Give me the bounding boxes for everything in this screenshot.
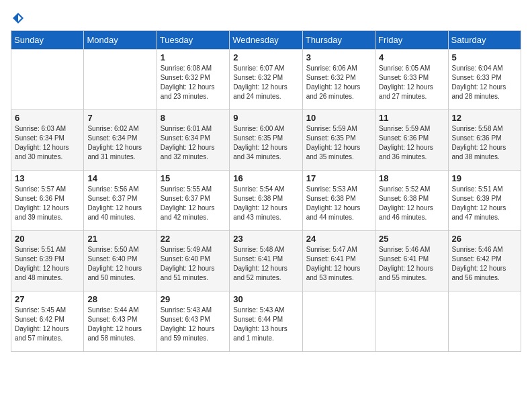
day-number: 11 (379, 113, 444, 123)
calendar-cell: 12 Sunrise: 5:58 AMSunset: 6:36 PMDaylig… (448, 110, 521, 171)
calendar-cell: 17 Sunrise: 5:53 AMSunset: 6:38 PMDaylig… (302, 171, 375, 231)
day-number: 1 (161, 52, 226, 62)
day-info: Sunrise: 5:51 AMSunset: 6:39 PMDaylight:… (452, 185, 506, 221)
day-number: 16 (233, 173, 298, 183)
calendar-cell (448, 291, 521, 352)
calendar-cell: 26 Sunrise: 5:46 AMSunset: 6:42 PMDaylig… (448, 231, 521, 291)
day-header-sunday: Sunday (11, 31, 84, 50)
day-number: 8 (161, 113, 226, 123)
calendar-cell: 9 Sunrise: 6:00 AMSunset: 6:35 PMDayligh… (230, 110, 302, 171)
day-number: 26 (452, 234, 517, 244)
calendar-cell (84, 50, 157, 110)
day-info: Sunrise: 5:45 AMSunset: 6:42 PMDaylight:… (15, 306, 69, 342)
day-info: Sunrise: 5:52 AMSunset: 6:38 PMDaylight:… (379, 185, 433, 221)
day-info: Sunrise: 6:07 AMSunset: 6:32 PMDaylight:… (233, 64, 287, 100)
calendar-cell: 13 Sunrise: 5:57 AMSunset: 6:36 PMDaylig… (11, 171, 84, 231)
day-info: Sunrise: 5:59 AMSunset: 6:36 PMDaylight:… (379, 125, 433, 161)
day-number: 15 (161, 173, 226, 183)
day-info: Sunrise: 6:02 AMSunset: 6:34 PMDaylight:… (87, 125, 142, 161)
calendar-cell: 20 Sunrise: 5:51 AMSunset: 6:39 PMDaylig… (11, 231, 84, 291)
logo (11, 11, 26, 25)
day-info: Sunrise: 5:59 AMSunset: 6:35 PMDaylight:… (306, 125, 361, 161)
calendar-table: SundayMondayTuesdayWednesdayThursdayFrid… (11, 30, 521, 352)
day-number: 2 (233, 52, 298, 62)
calendar-cell: 27 Sunrise: 5:45 AMSunset: 6:42 PMDaylig… (11, 291, 84, 352)
day-number: 19 (452, 173, 517, 183)
page-header (11, 11, 521, 25)
calendar-cell (302, 291, 375, 352)
calendar-cell: 22 Sunrise: 5:49 AMSunset: 6:40 PMDaylig… (157, 231, 229, 291)
day-info: Sunrise: 5:56 AMSunset: 6:37 PMDaylight:… (87, 185, 142, 221)
day-number: 28 (87, 294, 152, 304)
day-info: Sunrise: 6:03 AMSunset: 6:34 PMDaylight:… (15, 125, 69, 161)
day-info: Sunrise: 5:50 AMSunset: 6:40 PMDaylight:… (87, 246, 142, 281)
day-info: Sunrise: 5:43 AMSunset: 6:44 PMDaylight:… (233, 306, 287, 342)
day-header-tuesday: Tuesday (157, 31, 229, 50)
day-info: Sunrise: 5:51 AMSunset: 6:39 PMDaylight:… (15, 246, 69, 281)
day-info: Sunrise: 5:43 AMSunset: 6:43 PMDaylight:… (161, 306, 215, 342)
day-header-friday: Friday (375, 31, 448, 50)
calendar-cell: 6 Sunrise: 6:03 AMSunset: 6:34 PMDayligh… (11, 110, 84, 171)
day-number: 14 (87, 173, 152, 183)
day-number: 23 (233, 234, 298, 244)
day-number: 24 (306, 234, 371, 244)
day-info: Sunrise: 6:05 AMSunset: 6:33 PMDaylight:… (379, 64, 433, 100)
day-info: Sunrise: 5:48 AMSunset: 6:41 PMDaylight:… (233, 246, 287, 281)
calendar-cell: 24 Sunrise: 5:47 AMSunset: 6:41 PMDaylig… (302, 231, 375, 291)
calendar-cell: 3 Sunrise: 6:06 AMSunset: 6:32 PMDayligh… (302, 50, 375, 110)
calendar-cell: 1 Sunrise: 6:08 AMSunset: 6:32 PMDayligh… (157, 50, 229, 110)
day-number: 13 (15, 173, 80, 183)
calendar-cell: 29 Sunrise: 5:43 AMSunset: 6:43 PMDaylig… (157, 291, 229, 352)
day-info: Sunrise: 6:04 AMSunset: 6:33 PMDaylight:… (452, 64, 506, 100)
day-number: 3 (306, 52, 371, 62)
day-number: 10 (306, 113, 371, 123)
day-info: Sunrise: 5:54 AMSunset: 6:38 PMDaylight:… (233, 185, 287, 221)
calendar-cell: 11 Sunrise: 5:59 AMSunset: 6:36 PMDaylig… (375, 110, 448, 171)
day-info: Sunrise: 5:46 AMSunset: 6:42 PMDaylight:… (452, 246, 506, 281)
calendar-cell: 8 Sunrise: 6:01 AMSunset: 6:34 PMDayligh… (157, 110, 229, 171)
day-info: Sunrise: 5:47 AMSunset: 6:41 PMDaylight:… (306, 246, 361, 281)
day-number: 7 (87, 113, 152, 123)
calendar-cell: 14 Sunrise: 5:56 AMSunset: 6:37 PMDaylig… (84, 171, 157, 231)
calendar-cell: 10 Sunrise: 5:59 AMSunset: 6:35 PMDaylig… (302, 110, 375, 171)
calendar-cell: 5 Sunrise: 6:04 AMSunset: 6:33 PMDayligh… (448, 50, 521, 110)
calendar-cell: 18 Sunrise: 5:52 AMSunset: 6:38 PMDaylig… (375, 171, 448, 231)
day-number: 22 (161, 234, 226, 244)
calendar-cell: 7 Sunrise: 6:02 AMSunset: 6:34 PMDayligh… (84, 110, 157, 171)
day-header-thursday: Thursday (302, 31, 375, 50)
day-number: 9 (233, 113, 298, 123)
day-number: 18 (379, 173, 444, 183)
day-header-saturday: Saturday (448, 31, 521, 50)
day-number: 25 (379, 234, 444, 244)
calendar-cell: 19 Sunrise: 5:51 AMSunset: 6:39 PMDaylig… (448, 171, 521, 231)
day-info: Sunrise: 5:55 AMSunset: 6:37 PMDaylight:… (161, 185, 215, 221)
day-header-wednesday: Wednesday (230, 31, 302, 50)
calendar-cell: 23 Sunrise: 5:48 AMSunset: 6:41 PMDaylig… (230, 231, 302, 291)
day-info: Sunrise: 5:44 AMSunset: 6:43 PMDaylight:… (87, 306, 142, 342)
day-number: 27 (15, 294, 80, 304)
day-number: 6 (15, 113, 80, 123)
day-info: Sunrise: 6:06 AMSunset: 6:32 PMDaylight:… (306, 64, 361, 100)
day-info: Sunrise: 5:57 AMSunset: 6:36 PMDaylight:… (15, 185, 69, 221)
calendar-cell: 4 Sunrise: 6:05 AMSunset: 6:33 PMDayligh… (375, 50, 448, 110)
calendar-cell: 16 Sunrise: 5:54 AMSunset: 6:38 PMDaylig… (230, 171, 302, 231)
day-info: Sunrise: 5:49 AMSunset: 6:40 PMDaylight:… (161, 246, 215, 281)
day-info: Sunrise: 5:58 AMSunset: 6:36 PMDaylight:… (452, 125, 506, 161)
day-info: Sunrise: 5:46 AMSunset: 6:41 PMDaylight:… (379, 246, 433, 281)
day-info: Sunrise: 6:01 AMSunset: 6:34 PMDaylight:… (161, 125, 215, 161)
calendar-cell (11, 50, 84, 110)
day-number: 29 (161, 294, 226, 304)
day-number: 4 (379, 52, 444, 62)
day-number: 5 (452, 52, 517, 62)
calendar-cell (375, 291, 448, 352)
day-info: Sunrise: 5:53 AMSunset: 6:38 PMDaylight:… (306, 185, 361, 221)
calendar-cell: 15 Sunrise: 5:55 AMSunset: 6:37 PMDaylig… (157, 171, 229, 231)
day-info: Sunrise: 6:00 AMSunset: 6:35 PMDaylight:… (233, 125, 287, 161)
day-number: 20 (15, 234, 80, 244)
calendar-cell: 2 Sunrise: 6:07 AMSunset: 6:32 PMDayligh… (230, 50, 302, 110)
day-number: 30 (233, 294, 298, 304)
day-info: Sunrise: 6:08 AMSunset: 6:32 PMDaylight:… (161, 64, 215, 100)
calendar-cell: 25 Sunrise: 5:46 AMSunset: 6:41 PMDaylig… (375, 231, 448, 291)
day-number: 17 (306, 173, 371, 183)
calendar-cell: 30 Sunrise: 5:43 AMSunset: 6:44 PMDaylig… (230, 291, 302, 352)
